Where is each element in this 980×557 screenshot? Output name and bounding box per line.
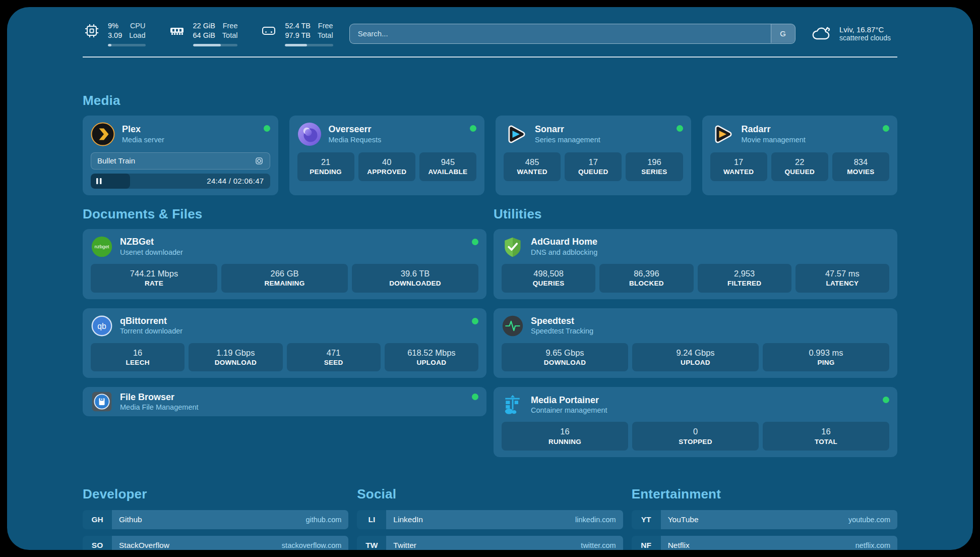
app-link-radarr[interactable]: Radarr Movie management: [710, 122, 890, 146]
section-title-social: Social: [357, 486, 623, 502]
documents-column: Documents & Files nzbget NZBGet Usenet d…: [83, 206, 486, 457]
link-youtube[interactable]: YT YouTube youtube.com: [632, 510, 897, 529]
cpu-label-2: Load: [129, 31, 145, 40]
pause-icon[interactable]: [96, 178, 102, 184]
app-link-sonarr[interactable]: Sonarr Series management: [504, 122, 683, 146]
stat-tile: 9.24 Gbps UPLOAD: [632, 343, 759, 372]
cpu-percent: 9%: [108, 21, 122, 31]
app-link-filebrowser[interactable]: File Browser Media File Management: [91, 391, 478, 413]
ram-icon: [168, 22, 186, 40]
stat-tile: 47.57 ms LATENCY: [795, 264, 889, 293]
stat-tile: 39.6 TB DOWNLOADED: [352, 264, 478, 293]
stat-tiles: 16 LEECH 1.19 Gbps DOWNLOAD 471 SEED 618…: [91, 343, 478, 372]
link-name: Github: [119, 515, 142, 524]
app-name: Plex: [122, 124, 164, 135]
portainer-logo-icon: [502, 394, 524, 416]
link-netflix[interactable]: NF Netflix netflix.com: [632, 536, 897, 550]
disk-icon: [260, 22, 278, 40]
now-playing-row: Bullet Train: [91, 152, 270, 170]
disk-label-2: Total: [318, 31, 333, 40]
app-name: Media Portainer: [531, 395, 607, 406]
link-host: github.com: [305, 516, 341, 524]
playback-progress-bar[interactable]: 24:44 / 02:06:47: [91, 174, 270, 189]
app-subtitle: Torrent downloader: [120, 326, 182, 336]
section-title-documents: Documents & Files: [83, 206, 486, 222]
cpu-usage-bar: [108, 44, 146, 46]
link-name: YouTube: [668, 515, 699, 524]
cpu-icon: [83, 22, 101, 40]
link-name: Netflix: [668, 541, 690, 550]
stat-tile: 471 SEED: [287, 343, 381, 372]
nzbget-logo-icon: nzbget: [91, 236, 113, 258]
stat-tile: 40 APPROVED: [358, 152, 415, 181]
stat-tile: 498,508 QUERIES: [502, 264, 595, 293]
status-dot-online: [264, 125, 270, 132]
link-github[interactable]: GH Github github.com: [83, 510, 348, 529]
app-link-nzbget[interactable]: nzbget NZBGet Usenet downloader: [91, 236, 478, 258]
stat-tiles: 744.21 Mbps RATE 266 GB REMAINING 39.6 T…: [91, 264, 478, 293]
social-column: Social LI LinkedIn linkedin.com TW Twitt…: [357, 486, 623, 550]
stat-tiles: 16 RUNNING 0 STOPPED 16 TOTAL: [502, 422, 889, 451]
app-card-overseerr: Overseerr Media Requests 21 PENDING 40 A…: [289, 116, 485, 195]
playback-time: 24:44 / 02:06:47: [207, 177, 270, 185]
stat-tile: 744.21 Mbps RATE: [91, 264, 217, 293]
app-name: Overseerr: [329, 124, 382, 135]
section-title-media: Media: [83, 93, 897, 108]
cpu-load: 3.09: [108, 31, 122, 40]
link-host: linkedin.com: [575, 516, 616, 524]
app-subtitle: Media File Management: [120, 403, 199, 412]
app-link-speedtest[interactable]: Speedtest Speedtest Tracking: [502, 315, 889, 337]
stat-tile: 16 RUNNING: [502, 422, 628, 451]
search-input[interactable]: [349, 24, 795, 44]
app-link-qbittorrent[interactable]: qb qBittorrent Torrent downloader: [91, 315, 478, 337]
app-subtitle: Speedtest Tracking: [531, 326, 593, 336]
section-title-entertainment: Entertainment: [632, 486, 897, 502]
stat-tile: 0 STOPPED: [632, 422, 759, 451]
app-card-sonarr: Sonarr Series management 485 WANTED 17 Q…: [496, 116, 691, 195]
app-card-filebrowser: File Browser Media File Management: [83, 387, 486, 416]
svg-text:qb: qb: [97, 321, 106, 330]
link-stackoverflow[interactable]: SO StackOverflow stackoverflow.com: [83, 536, 348, 550]
cpu-stat: 9% 3.09 CPU Load: [83, 21, 146, 46]
app-card-speedtest: Speedtest Speedtest Tracking 9.65 Gbps D…: [494, 308, 897, 378]
link-twitter[interactable]: TW Twitter twitter.com: [357, 536, 623, 550]
app-subtitle: Container management: [531, 406, 607, 415]
search-bar: G: [349, 24, 795, 44]
qbittorrent-logo-icon: qb: [91, 315, 113, 337]
media-settings-icon[interactable]: [255, 156, 264, 165]
stat-tile: 17 QUEUED: [565, 152, 622, 181]
stat-tile: 618.52 Mbps UPLOAD: [385, 343, 478, 372]
link-abbr: SO: [83, 536, 112, 550]
link-linkedin[interactable]: LI LinkedIn linkedin.com: [357, 510, 623, 529]
status-dot-online: [883, 397, 889, 403]
entertainment-column: Entertainment YT YouTube youtube.com NF …: [632, 486, 897, 550]
stat-tile: 21 PENDING: [297, 152, 354, 181]
disk-free: 52.4 TB: [285, 21, 311, 31]
app-link-plex[interactable]: Plex Media server: [91, 122, 270, 146]
app-link-portainer[interactable]: Media Portainer Container management: [502, 394, 889, 416]
link-abbr: LI: [357, 510, 386, 529]
plex-logo-icon: [91, 122, 115, 146]
app-link-overseerr[interactable]: Overseerr Media Requests: [297, 122, 477, 146]
app-link-adguard[interactable]: AdGuard Home DNS and adblocking: [502, 236, 889, 258]
stat-tile: 2,953 FILTERED: [698, 264, 791, 293]
stat-tile: 22 QUEUED: [771, 152, 828, 181]
screen: 9% 3.09 CPU Load 22: [0, 0, 980, 557]
cpu-label-1: CPU: [129, 21, 145, 31]
disk-usage-bar: [285, 44, 333, 46]
status-dot-online: [677, 125, 683, 132]
link-abbr: TW: [357, 536, 386, 550]
search-engine-button[interactable]: G: [771, 24, 795, 43]
memory-total: 64 GiB: [193, 31, 215, 40]
sonarr-logo-icon: [504, 122, 528, 146]
utilities-column: Utilities AdGuard Home DNS and adblockin…: [494, 206, 897, 457]
app-subtitle: DNS and adblocking: [531, 248, 597, 257]
stat-tile: 1.19 Gbps DOWNLOAD: [189, 343, 282, 372]
app-card-qbittorrent: qb qBittorrent Torrent downloader 16 LEE…: [83, 308, 486, 378]
stat-tile: 86,396 BLOCKED: [599, 264, 693, 293]
link-host: stackoverflow.com: [282, 541, 341, 549]
app-card-radarr: Radarr Movie management 17 WANTED 22 QUE…: [702, 116, 898, 195]
link-host: twitter.com: [581, 541, 616, 549]
app-subtitle: Media server: [122, 135, 164, 145]
stat-tile: 16 TOTAL: [763, 422, 889, 451]
